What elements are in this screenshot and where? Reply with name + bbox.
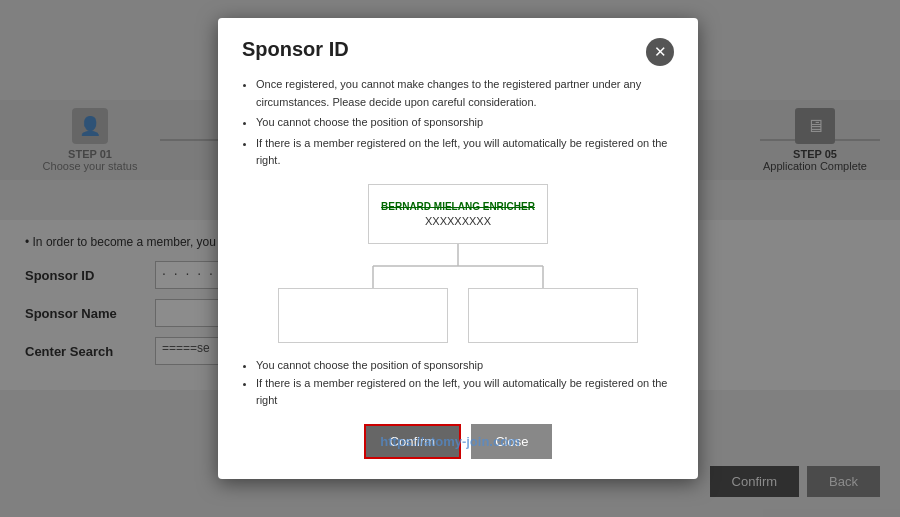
modal-notices: Once registered, you cannot make changes… <box>242 76 674 170</box>
modal-close-button[interactable]: ✕ <box>646 38 674 66</box>
sponsor-id-modal: Sponsor ID ✕ Once registered, you cannot… <box>218 18 698 479</box>
modal-close-action-button[interactable]: Close <box>471 424 552 459</box>
sponsor-tree: BERNARD MIELANG ENRICHER XXXXXXXXX <box>242 184 674 343</box>
modal-notice-3: If there is a member registered on the l… <box>256 135 674 170</box>
modal-title: Sponsor ID <box>242 38 349 61</box>
tree-root-name: BERNARD MIELANG ENRICHER <box>381 201 535 212</box>
tree-svg-lines <box>278 244 638 288</box>
tree-root-id: XXXXXXXXX <box>425 215 491 227</box>
modal-confirm-button[interactable]: Confirm <box>364 424 462 459</box>
modal-notice-1: Once registered, you cannot make changes… <box>256 76 674 111</box>
tree-child-right <box>468 288 638 343</box>
modal-header: Sponsor ID ✕ <box>242 38 674 66</box>
modal-footer-notices: You cannot choose the position of sponso… <box>242 357 674 410</box>
modal-footer-notice-1: You cannot choose the position of sponso… <box>256 357 674 375</box>
modal-notice-2: You cannot choose the position of sponso… <box>256 114 674 132</box>
tree-root-box: BERNARD MIELANG ENRICHER XXXXXXXXX <box>368 184 548 244</box>
modal-actions: Confirm Close <box>242 424 674 459</box>
tree-child-left <box>278 288 448 343</box>
tree-children <box>278 288 638 343</box>
modal-footer-notice-2: If there is a member registered on the l… <box>256 375 674 410</box>
